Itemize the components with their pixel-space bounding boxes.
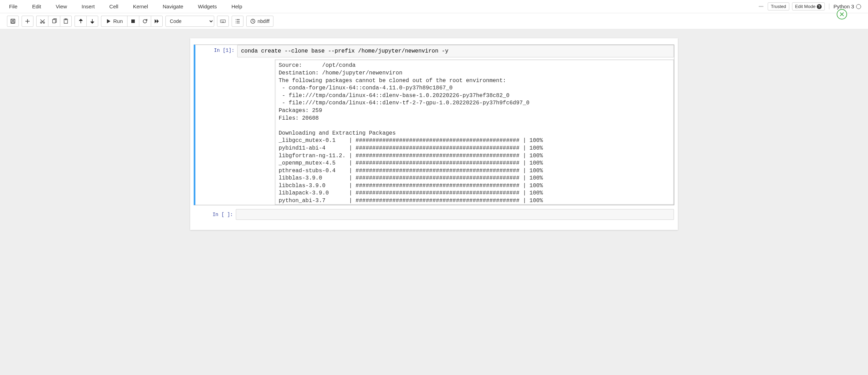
code-cell-2[interactable]: In [ ]: bbox=[194, 209, 674, 220]
output-content: Source: /opt/conda Destination: /home/ju… bbox=[275, 57, 674, 205]
copy-icon bbox=[52, 18, 57, 24]
edit-mode-label: Edit Mode bbox=[795, 4, 816, 9]
toolbar: Run Code nbdiff bbox=[0, 13, 868, 29]
restart-button[interactable] bbox=[139, 16, 151, 27]
menu-edit[interactable]: Edit bbox=[30, 2, 43, 11]
svg-rect-7 bbox=[131, 19, 135, 23]
cell-body: conda create --clone base --prefix /home… bbox=[237, 45, 674, 205]
trusted-handle-icon bbox=[759, 6, 764, 7]
input-prompt: In [ ]: bbox=[194, 209, 236, 220]
output-stdout[interactable]: Source: /opt/conda Destination: /home/ju… bbox=[275, 59, 674, 205]
close-button[interactable] bbox=[837, 9, 847, 19]
save-icon bbox=[10, 18, 16, 24]
nbdiff-button[interactable]: nbdiff bbox=[246, 16, 273, 27]
menubar-right: Trusted Edit Mode ? Python 3 bbox=[759, 2, 861, 11]
menu-help[interactable]: Help bbox=[229, 2, 244, 11]
kernel-indicator[interactable]: Python 3 bbox=[829, 3, 861, 9]
menubar: File Edit View Insert Cell Kernel Naviga… bbox=[0, 0, 868, 13]
copy-button[interactable] bbox=[48, 16, 60, 27]
run-group: Run bbox=[101, 16, 163, 27]
fast-forward-icon bbox=[154, 18, 160, 24]
output-prompt-spacer bbox=[237, 57, 275, 205]
restart-run-all-button[interactable] bbox=[151, 16, 163, 27]
code-input[interactable]: conda create --clone base --prefix /home… bbox=[237, 45, 674, 57]
svg-point-3 bbox=[43, 22, 45, 23]
menu-view[interactable]: View bbox=[54, 2, 69, 11]
cut-button[interactable] bbox=[36, 16, 48, 27]
menubar-left: File Edit View Insert Cell Kernel Naviga… bbox=[7, 2, 244, 11]
interrupt-button[interactable] bbox=[127, 16, 139, 27]
toc-button[interactable] bbox=[232, 16, 243, 27]
run-button[interactable]: Run bbox=[101, 16, 127, 27]
keyboard-icon bbox=[220, 18, 226, 24]
menu-insert[interactable]: Insert bbox=[79, 2, 97, 11]
notebook-container: In [1]: conda create --clone base --pref… bbox=[190, 38, 678, 230]
arrow-down-icon bbox=[90, 18, 95, 24]
svg-rect-4 bbox=[53, 19, 55, 23]
plus-icon bbox=[25, 18, 30, 24]
menu-widgets[interactable]: Widgets bbox=[196, 2, 219, 11]
code-cell-1[interactable]: In [1]: conda create --clone base --pref… bbox=[194, 45, 674, 205]
play-icon bbox=[106, 18, 111, 24]
insert-cell-below-button[interactable] bbox=[22, 16, 33, 27]
input-prompt: In [1]: bbox=[195, 45, 237, 205]
svg-rect-0 bbox=[11, 19, 15, 23]
paste-button[interactable] bbox=[60, 16, 72, 27]
code-input[interactable] bbox=[236, 209, 674, 220]
move-up-button[interactable] bbox=[75, 16, 86, 27]
menu-kernel[interactable]: Kernel bbox=[131, 2, 150, 11]
restart-icon bbox=[142, 18, 148, 24]
menu-navigate[interactable]: Navigate bbox=[161, 2, 185, 11]
stop-icon bbox=[130, 18, 136, 24]
paste-icon bbox=[63, 18, 69, 24]
svg-rect-1 bbox=[12, 22, 14, 23]
save-button[interactable] bbox=[7, 16, 19, 27]
celltype-select[interactable]: Code bbox=[165, 16, 214, 27]
cut-copy-paste-group bbox=[36, 16, 72, 27]
cut-icon bbox=[40, 18, 45, 24]
cell-body bbox=[236, 209, 674, 220]
kernel-name-label: Python 3 bbox=[834, 3, 854, 9]
clock-icon bbox=[250, 18, 256, 24]
output-row: Source: /opt/conda Destination: /home/ju… bbox=[237, 57, 674, 205]
close-icon bbox=[839, 11, 845, 17]
trusted-indicator[interactable]: Trusted bbox=[768, 2, 789, 10]
menu-cell[interactable]: Cell bbox=[107, 2, 121, 11]
move-group bbox=[75, 16, 98, 27]
nbdiff-label: nbdiff bbox=[258, 18, 270, 24]
list-icon bbox=[235, 18, 240, 24]
menu-file[interactable]: File bbox=[7, 2, 20, 11]
move-down-button[interactable] bbox=[86, 16, 98, 27]
run-label: Run bbox=[113, 18, 123, 24]
edit-mode-indicator[interactable]: Edit Mode ? bbox=[792, 2, 825, 11]
command-palette-button[interactable] bbox=[217, 16, 229, 27]
svg-point-2 bbox=[40, 22, 42, 23]
page-body: In [1]: conda create --clone base --pref… bbox=[0, 29, 868, 375]
help-icon: ? bbox=[817, 4, 822, 9]
kernel-idle-icon bbox=[856, 4, 861, 9]
arrow-up-icon bbox=[78, 18, 84, 24]
